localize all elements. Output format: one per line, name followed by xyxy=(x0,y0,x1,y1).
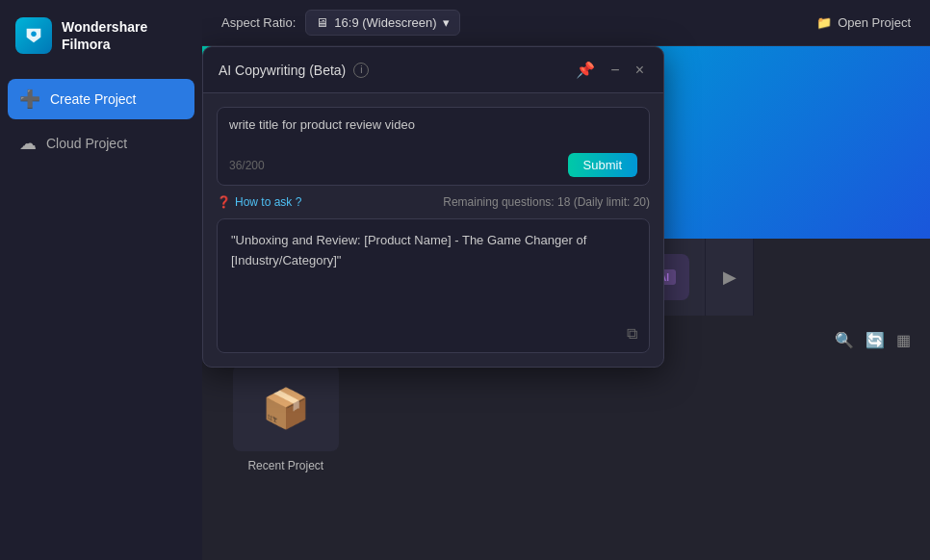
recents-grid-button[interactable]: ▦ xyxy=(896,331,911,349)
open-project-label: Open Project xyxy=(838,15,911,30)
response-area: "Unboxing and Review: [Product Name] - T… xyxy=(217,218,650,353)
ai-panel-controls: 📌 − × xyxy=(572,59,648,81)
aspect-ratio-label: Aspect Ratio: xyxy=(221,15,296,30)
app-name: Wondershare Filmora xyxy=(62,18,147,53)
recents-refresh-button[interactable]: 🔄 xyxy=(865,331,885,349)
sidebar-item-cloud-project[interactable]: ☁ Cloud Project xyxy=(8,123,194,164)
copy-response-button[interactable]: ⧉ xyxy=(627,325,637,343)
copy-icon: ⧉ xyxy=(627,325,637,342)
app-logo: Wondershare Filmora xyxy=(0,0,202,71)
more-icon: ▶ xyxy=(723,267,736,288)
box-icon: 📦 xyxy=(262,386,310,431)
how-to-ask-link[interactable]: ❓ How to ask ? xyxy=(217,195,301,209)
close-icon: × xyxy=(635,62,644,79)
create-project-icon: ➕ xyxy=(19,89,40,110)
cloud-project-icon: ☁ xyxy=(19,133,37,154)
chevron-down-icon: ▾ xyxy=(443,15,450,30)
logo-icon xyxy=(15,17,52,54)
how-to-ask-label: How to ask ? xyxy=(235,195,301,209)
remaining-questions: Remaining questions: 18 (Daily limit: 20… xyxy=(443,195,650,209)
aspect-ratio-value: 16:9 (Widescreen) xyxy=(334,15,436,30)
response-text: "Unboxing and Review: [Product Name] - T… xyxy=(231,233,586,267)
minimize-button[interactable]: − xyxy=(607,60,623,81)
prompt-input[interactable] xyxy=(229,117,637,152)
info-icon[interactable]: i xyxy=(353,63,369,78)
pin-button[interactable]: 📌 xyxy=(572,59,599,81)
recents-search-button[interactable]: 🔍 xyxy=(835,331,854,349)
submit-label: Submit xyxy=(583,158,622,172)
how-to-ask-row: ❓ How to ask ? Remaining questions: 18 (… xyxy=(217,195,650,209)
main-content: Aspect Ratio: 🖥 16:9 (Widescreen) ▾ 📁 Op… xyxy=(202,0,930,560)
header-bar: Aspect Ratio: 🖥 16:9 (Widescreen) ▾ 📁 Op… xyxy=(202,0,930,46)
ai-panel-title-group: AI Copywriting (Beta) i xyxy=(219,63,369,78)
sidebar-nav: ➕ Create Project ☁ Cloud Project xyxy=(0,71,202,171)
prompt-area: 36/200 Submit xyxy=(217,107,650,186)
recent-item[interactable]: 📦 Recent Project xyxy=(221,365,350,472)
sidebar-item-create-project[interactable]: ➕ Create Project xyxy=(8,79,194,119)
sidebar-item-label-cloud: Cloud Project xyxy=(46,136,127,151)
ai-copywriting-panel: AI Copywriting (Beta) i 📌 − × 36/ xyxy=(202,46,664,368)
recent-item-label: Recent Project xyxy=(247,459,323,472)
folder-icon: 📁 xyxy=(816,15,832,30)
close-button[interactable]: × xyxy=(632,60,648,81)
ai-panel-title: AI Copywriting (Beta) xyxy=(219,63,346,78)
aspect-ratio-group: Aspect Ratio: 🖥 16:9 (Widescreen) ▾ xyxy=(221,10,460,36)
char-count: 36/200 xyxy=(229,159,265,172)
question-icon: ❓ xyxy=(217,195,231,209)
ai-panel-body: 36/200 Submit ❓ How to ask ? Remaining q… xyxy=(203,93,663,367)
recents-actions: 🔍 🔄 ▦ xyxy=(835,331,911,349)
open-project-button[interactable]: 📁 Open Project xyxy=(816,15,911,30)
aspect-ratio-select[interactable]: 🖥 16:9 (Widescreen) ▾ xyxy=(305,10,459,36)
shortcut-more[interactable]: ▶ xyxy=(706,239,754,316)
recent-item-thumbnail: 📦 xyxy=(233,365,339,451)
pin-icon: 📌 xyxy=(576,61,595,79)
submit-button[interactable]: Submit xyxy=(568,153,637,177)
monitor-icon: 🖥 xyxy=(316,15,328,30)
sidebar: Wondershare Filmora ➕ Create Project ☁ C… xyxy=(0,0,202,560)
sidebar-item-label-create: Create Project xyxy=(50,91,136,107)
recent-items-grid: 📦 Recent Project xyxy=(221,365,911,472)
prompt-footer: 36/200 Submit xyxy=(229,153,637,177)
minimize-icon: − xyxy=(610,62,619,79)
svg-point-0 xyxy=(31,31,37,37)
ai-panel-header: AI Copywriting (Beta) i 📌 − × xyxy=(203,47,663,93)
